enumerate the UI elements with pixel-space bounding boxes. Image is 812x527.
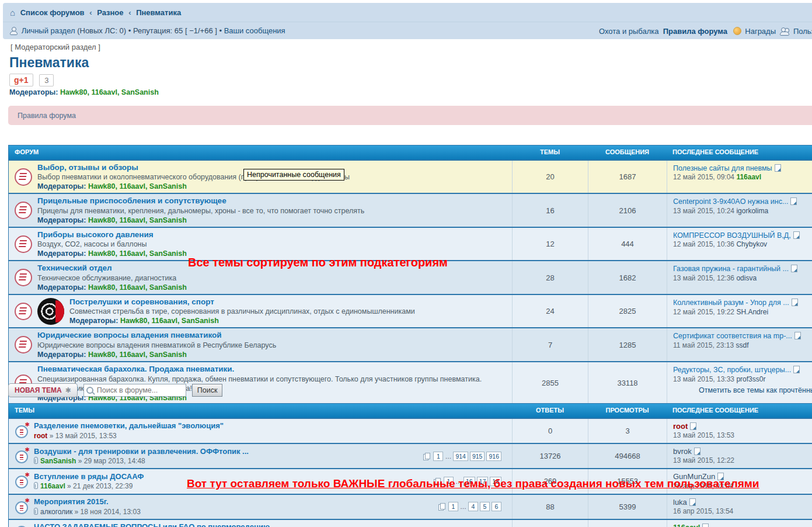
- goto-lastpost-icon[interactable]: [775, 164, 781, 172]
- lastpost-link[interactable]: Полезные сайты для пневмы: [673, 164, 772, 172]
- lastpost-link[interactable]: Коллективный разум - Упор для ...: [673, 299, 789, 307]
- goto-lastpost-icon[interactable]: [690, 422, 696, 430]
- mark-all-read-link[interactable]: Отметить все темы как прочтённые: [699, 386, 812, 394]
- lastpost-user[interactable]: prof3ss0r: [736, 375, 765, 383]
- lastpost-link[interactable]: Редукторы, ЗС, пробки, штуцеры...: [673, 366, 791, 374]
- topic-link[interactable]: Мероприятия 2015г.: [34, 497, 109, 506]
- private-section-link[interactable]: Личный раздел: [22, 26, 75, 35]
- views-count: 6723: [588, 520, 667, 527]
- page-number[interactable]: 4: [468, 502, 478, 511]
- lastpost-link[interactable]: Газовая пружина - гарантийный ...: [673, 265, 789, 273]
- topics-count: 16: [512, 194, 588, 227]
- author-separator: »: [78, 457, 82, 465]
- awards-link[interactable]: Награды: [745, 27, 776, 36]
- members-link[interactable]: Пользователи: [793, 27, 812, 36]
- forum-row: Пневматическая барахолка. Продажа пневма…: [9, 361, 812, 404]
- lastpost-user[interactable]: Chybykov: [736, 240, 767, 248]
- page-number[interactable]: 914: [453, 452, 468, 461]
- moderator-links[interactable]: Hawk80, 116aavl, SanSanish: [88, 182, 187, 190]
- topic-link[interactable]: Воздушки - для тренировки и развлечения.…: [34, 447, 249, 456]
- forum-rules-link[interactable]: Правила форума: [663, 27, 727, 36]
- forum-link[interactable]: Юридические вопросы владения пневматикой: [37, 331, 222, 339]
- moderator-links[interactable]: Hawk80, 116aavl, SanSanish: [88, 216, 187, 224]
- topics-toolbar: НОВАЯ ТЕМА✱ Поиск Отметить все темы как …: [8, 383, 812, 397]
- lastpost-link[interactable]: Сертификат соответствия на mp-...: [673, 332, 792, 340]
- author-separator: »: [67, 482, 71, 490]
- posts-count: 1682: [588, 261, 667, 294]
- lastpost-user[interactable]: odisva: [736, 274, 757, 282]
- goto-lastpost-icon[interactable]: [794, 332, 801, 339]
- home-icon[interactable]: ⌂: [10, 8, 15, 18]
- breadcrumb-forum-list[interactable]: Список форумов: [20, 8, 85, 17]
- breadcrumb-category[interactable]: Разное: [97, 8, 123, 17]
- lastpost-date: 16 апр 2015, 13:54: [673, 507, 812, 516]
- lastpost-date: 13 май 2015, 13:53: [673, 431, 812, 440]
- hunting-fishing-link[interactable]: Охота и рыбалка: [599, 27, 659, 36]
- lastpost-user[interactable]: ssdf: [736, 341, 749, 349]
- moderator-links[interactable]: Hawk80, 116aavl, SanSanish: [88, 283, 187, 292]
- goto-lastpost-icon[interactable]: [792, 299, 798, 306]
- topic-row: Мероприятия 2015г. алкоголик » 18 ноя 20…: [9, 494, 812, 519]
- search-button[interactable]: Поиск: [192, 384, 223, 397]
- topic-author[interactable]: root: [34, 432, 47, 440]
- lastpost-user[interactable]: 116aavl: [673, 523, 700, 527]
- lastpost-user[interactable]: bvrok: [673, 447, 692, 456]
- search-input[interactable]: [83, 384, 186, 397]
- forum-unread-icon: [15, 235, 32, 253]
- col-forum: ФОРУМ: [9, 145, 512, 160]
- lastpost-user[interactable]: luka: [673, 498, 687, 507]
- forum-link[interactable]: Выбор, отзывы и обзоры: [37, 163, 138, 172]
- topic-link[interactable]: Вступление в ряды ДОСААФ: [34, 472, 144, 481]
- topic-author[interactable]: SanSanish: [40, 457, 76, 465]
- page-number[interactable]: 916: [486, 452, 501, 461]
- your-posts-link[interactable]: Ваши сообщения: [224, 26, 285, 35]
- topic-link[interactable]: Разделение пнемоветки, дальнейшая "эволю…: [34, 421, 224, 430]
- moderator-links[interactable]: Hawk80, 116aavl, SanSanish: [60, 88, 159, 96]
- forum-link[interactable]: Пострелушки и соревнования, спорт: [69, 297, 214, 306]
- forum-link[interactable]: Пневматическая барахолка. Продажа пневма…: [37, 365, 234, 373]
- shooting-club-logo: [37, 298, 64, 325]
- goto-lastpost-icon[interactable]: [791, 265, 797, 272]
- forums-table: ФОРУМ ТЕМЫ СООБЩЕНИЯ ПОСЛЕДНЕЕ СООБЩЕНИЕ…: [8, 145, 812, 407]
- annotation-important-topics-note: Вот тут оставляем только ВАЖНЫЕ глобальн…: [187, 477, 759, 490]
- col-posts: СООБЩЕНИЯ: [588, 145, 667, 160]
- goto-lastpost-icon[interactable]: [790, 197, 797, 205]
- forum-link[interactable]: Приборы высокого давления: [37, 230, 154, 239]
- page-number[interactable]: 6: [492, 502, 501, 511]
- goto-lastpost-icon[interactable]: [793, 231, 800, 239]
- moderator-section-link[interactable]: [ Модераторский раздел ]: [11, 43, 100, 51]
- moderator-links[interactable]: Hawk80, 116aavl, SanSanish: [88, 351, 187, 359]
- rules-link[interactable]: Правила форума: [18, 112, 76, 120]
- topic-link[interactable]: ЧАСТО ЗАДАВАЕМЫЕ ВОПРОСЫ или FAQ по пнев…: [34, 522, 270, 527]
- forum-link[interactable]: Прицельные приспособления и сопутствующе…: [37, 196, 226, 205]
- lastpost-user[interactable]: 116aavl: [736, 173, 761, 181]
- topic-author[interactable]: алкоголик: [40, 508, 72, 516]
- lastpost-link[interactable]: КОМПРЕССОР ВОЗДУШНЫЙ В,Д,: [673, 231, 791, 240]
- goto-lastpost-icon[interactable]: [793, 366, 800, 373]
- goto-lastpost-icon[interactable]: [689, 498, 696, 506]
- lastpost-user[interactable]: root: [673, 422, 688, 431]
- forum-link[interactable]: Технический отдел: [37, 264, 112, 272]
- topic-author[interactable]: 116aavl: [40, 482, 65, 490]
- medal-icon: [733, 27, 741, 35]
- top-bar: ⌂ Список форумов ‹ Разное ‹ Пневматика Л…: [3, 3, 812, 39]
- topics-table-header: ТЕМЫ ОТВЕТЫ ПРОСМОТРЫ ПОСЛЕДНЕЕ СООБЩЕНИ…: [9, 404, 812, 418]
- new-topic-button[interactable]: НОВАЯ ТЕМА✱: [8, 383, 78, 397]
- page-number[interactable]: 1: [433, 452, 443, 461]
- breadcrumb-current[interactable]: Пневматика: [136, 8, 181, 17]
- goto-lastpost-icon[interactable]: [702, 523, 709, 527]
- page-number[interactable]: 5: [480, 502, 490, 511]
- moderator-links[interactable]: Hawk80, 116aavl, SanSanish: [120, 317, 219, 325]
- lastpost-user[interactable]: SH.Andrei: [736, 308, 768, 316]
- lastpost-user[interactable]: igorkolima: [736, 207, 768, 215]
- page-number[interactable]: 1: [448, 502, 458, 511]
- topic-date: 13 май 2015, 13:53: [55, 432, 117, 440]
- search-icon: [86, 387, 93, 394]
- page-number[interactable]: 915: [470, 452, 485, 461]
- lastpost-link[interactable]: Centerpoint 3-9x40AO нужна инс...: [673, 197, 788, 206]
- gplus-button[interactable]: g+1: [9, 74, 33, 86]
- forum-unread-icon: [15, 336, 32, 353]
- forums-table-header: ФОРУМ ТЕМЫ СООБЩЕНИЯ ПОСЛЕДНЕЕ СООБЩЕНИЕ: [9, 145, 812, 160]
- moderator-links[interactable]: Hawk80, 116aavl, SanSanish: [88, 249, 187, 258]
- goto-lastpost-icon[interactable]: [694, 448, 701, 455]
